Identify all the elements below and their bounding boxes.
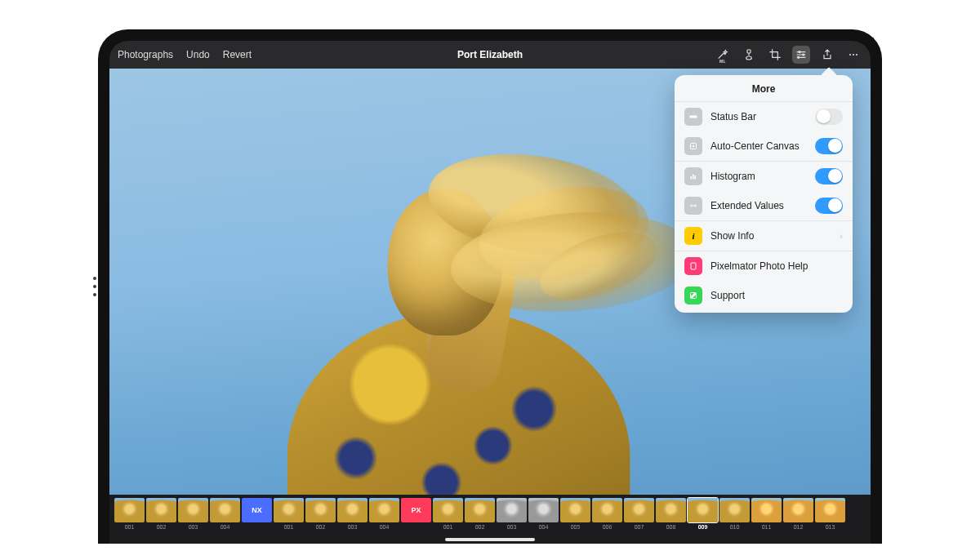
support-icon xyxy=(684,287,702,304)
preset-thumb[interactable]: 003 xyxy=(497,498,527,530)
info-icon: i xyxy=(684,227,702,245)
preset-thumb[interactable]: 007 xyxy=(624,498,654,530)
preset-image xyxy=(592,498,622,522)
row-auto-center[interactable]: Auto-Center Canvas xyxy=(675,131,853,161)
preset-image xyxy=(783,498,813,522)
preset-image xyxy=(528,498,559,522)
preset-label: 011 xyxy=(762,524,772,530)
svg-rect-0 xyxy=(747,50,751,53)
svg-point-3 xyxy=(803,54,804,56)
repair-icon[interactable] xyxy=(740,46,758,64)
preset-image xyxy=(624,498,654,522)
device-screen: Photographs Undo Revert Port Elizabeth M… xyxy=(98,29,882,544)
preset-thumb[interactable]: 003 xyxy=(337,498,368,530)
svg-point-2 xyxy=(799,51,800,52)
more-popover: More Status Bar Auto-Center Canvas xyxy=(675,75,853,313)
preset-label: 004 xyxy=(380,524,390,530)
svg-rect-14 xyxy=(691,263,696,269)
svg-rect-12 xyxy=(693,174,694,179)
preset-badge: PX xyxy=(401,498,431,522)
preset-thumb[interactable]: 001 xyxy=(114,498,145,530)
preset-thumb[interactable]: NX xyxy=(242,498,272,524)
status-bar-label: Status Bar xyxy=(710,111,807,122)
extended-values-label: Extended Values xyxy=(710,200,807,211)
preset-image xyxy=(719,498,750,522)
preset-thumb[interactable]: 003 xyxy=(178,498,208,530)
preset-label: 004 xyxy=(539,524,549,530)
crop-icon[interactable] xyxy=(766,46,784,64)
preset-thumb[interactable]: 008 xyxy=(656,498,686,530)
auto-center-icon xyxy=(684,137,702,155)
preset-image xyxy=(751,498,782,522)
preset-thumb[interactable]: 010 xyxy=(719,498,750,530)
preset-label: 003 xyxy=(189,524,198,530)
preset-label: 002 xyxy=(157,524,167,530)
svg-point-6 xyxy=(853,53,854,55)
preset-thumb[interactable]: PX xyxy=(401,498,431,524)
row-extended-values[interactable]: Extended Values xyxy=(675,191,853,220)
preset-label: 003 xyxy=(507,524,517,530)
device-sensors xyxy=(93,277,96,296)
preset-thumb[interactable]: 002 xyxy=(305,498,336,530)
histogram-toggle[interactable] xyxy=(815,168,843,184)
preset-thumb[interactable]: 004 xyxy=(210,498,240,530)
row-help[interactable]: Pixelmator Photo Help xyxy=(675,251,853,281)
row-histogram[interactable]: Histogram xyxy=(675,162,853,191)
preset-thumb[interactable]: 005 xyxy=(560,498,590,530)
share-icon[interactable] xyxy=(818,46,836,64)
row-status-bar[interactable]: Status Bar xyxy=(675,102,853,131)
help-icon xyxy=(684,257,702,275)
ml-enhance-icon[interactable]: ML xyxy=(714,46,732,64)
support-label: Support xyxy=(710,290,843,301)
preset-thumb[interactable]: 002 xyxy=(146,498,176,530)
status-bar-toggle[interactable] xyxy=(815,109,843,125)
preset-image xyxy=(656,498,686,522)
preset-thumb[interactable]: 004 xyxy=(369,498,399,530)
preset-badge: NX xyxy=(242,498,272,522)
preset-label: 005 xyxy=(571,524,581,530)
svg-point-1 xyxy=(746,56,752,60)
preset-thumb[interactable]: 004 xyxy=(528,498,559,530)
svg-rect-13 xyxy=(695,176,697,180)
more-icon[interactable] xyxy=(844,46,862,64)
preset-label: 003 xyxy=(348,524,358,530)
preset-image xyxy=(146,498,176,522)
svg-point-7 xyxy=(856,53,858,55)
preset-label: 012 xyxy=(794,524,804,530)
preset-thumb[interactable]: 002 xyxy=(465,498,495,530)
row-show-info[interactable]: i Show Info › xyxy=(675,221,853,251)
preset-label: 006 xyxy=(603,524,612,530)
popover-title: More xyxy=(675,75,853,101)
preset-thumb[interactable]: 006 xyxy=(592,498,622,530)
menu-undo[interactable]: Undo xyxy=(186,49,210,60)
preset-thumb[interactable]: 001 xyxy=(274,498,304,530)
adjustments-icon[interactable] xyxy=(792,46,810,64)
svg-point-4 xyxy=(798,56,800,58)
preset-image xyxy=(305,498,336,522)
menu-photographs[interactable]: Photographs xyxy=(118,49,173,60)
preset-label: 002 xyxy=(475,524,485,530)
preset-image xyxy=(114,498,145,522)
toolbar: Photographs Undo Revert Port Elizabeth M… xyxy=(109,41,871,69)
histogram-label: Histogram xyxy=(710,171,807,182)
preset-label: 001 xyxy=(284,524,294,530)
preset-thumb[interactable]: 001 xyxy=(433,498,463,530)
preset-thumb[interactable]: 013 xyxy=(815,498,845,530)
row-support[interactable]: Support xyxy=(675,281,853,313)
histogram-icon xyxy=(684,167,702,185)
chevron-right-icon: › xyxy=(840,231,843,241)
preset-label: 009 xyxy=(698,524,708,530)
status-bar-icon xyxy=(684,108,702,126)
preset-image xyxy=(337,498,368,522)
auto-center-toggle[interactable] xyxy=(815,138,843,154)
preset-label: 002 xyxy=(316,524,326,530)
extended-values-toggle[interactable] xyxy=(815,198,843,214)
extended-values-icon xyxy=(684,197,702,215)
preset-thumb[interactable]: 009 xyxy=(688,498,718,530)
preset-strip[interactable]: 001002003004NX001002003004PX001002003004… xyxy=(109,495,871,544)
help-label: Pixelmator Photo Help xyxy=(710,260,843,272)
preset-label: 008 xyxy=(666,524,676,530)
preset-thumb[interactable]: 011 xyxy=(751,498,782,530)
menu-revert[interactable]: Revert xyxy=(223,49,252,60)
preset-thumb[interactable]: 012 xyxy=(783,498,813,530)
